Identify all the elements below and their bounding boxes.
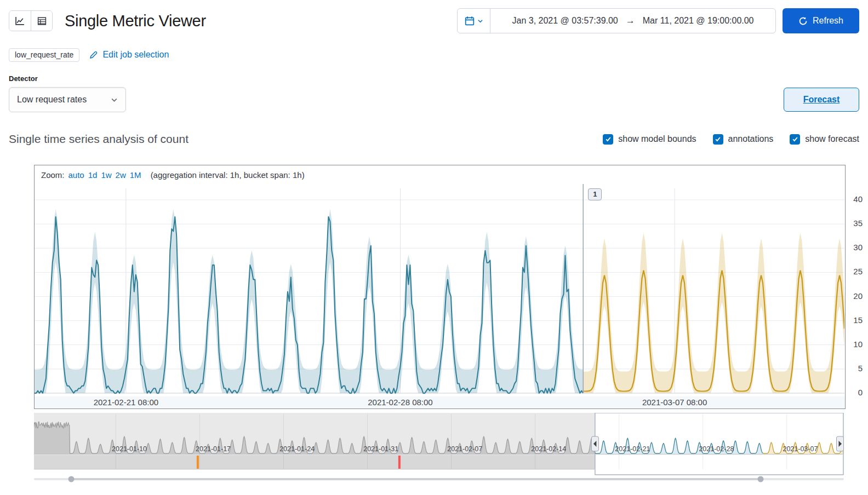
zoom-label: Zoom:: [41, 170, 65, 180]
line-chart-icon: [15, 16, 25, 26]
edit-job-selection-link[interactable]: Edit job selection: [89, 50, 169, 60]
actual-series-line: [35, 217, 583, 393]
chart-options: show model bounds annotations show forec…: [603, 134, 859, 145]
zoom-option-1M[interactable]: 1M: [130, 170, 141, 180]
pencil-icon: [89, 50, 98, 59]
chart-view-button[interactable]: [9, 11, 31, 31]
main-chart-box: Zoom: auto 1d 1w 2w 1M (aggregation inte…: [34, 165, 846, 409]
range-arrow-icon: →: [626, 15, 635, 26]
show-model-bounds-checkbox[interactable]: show model bounds: [603, 134, 696, 145]
date-range-display: Jan 3, 2021 @ 03:57:39.00 → Mar 11, 2021…: [490, 15, 775, 26]
navigator-selection-window[interactable]: [595, 413, 843, 475]
checkbox-label: annotations: [728, 134, 774, 144]
detector-selected-value: Low request rates: [17, 95, 87, 105]
job-selection-row: low_request_rate Edit job selection: [0, 47, 868, 62]
aggregation-note: (aggregation interval: 1h, bucket span: …: [151, 170, 305, 180]
range-slider-active: [71, 478, 761, 480]
anomaly-marker-critical[interactable]: [398, 456, 401, 469]
checkbox-label: show forecast: [805, 134, 859, 144]
range-slider-handle-right[interactable]: [758, 476, 764, 482]
checkbox-checked-icon: [790, 134, 800, 145]
page-header: Single Metric Viewer Jan 3, 2021 @ 03:57…: [0, 0, 868, 34]
zoom-option-auto[interactable]: auto: [68, 170, 84, 180]
annotations-checkbox[interactable]: annotations: [713, 134, 774, 145]
checkbox-checked-icon: [603, 134, 613, 145]
zoom-option-1w[interactable]: 1w: [101, 170, 111, 180]
main-chart-region: 0510152025303540 Zoom: auto 1d 1w 2w 1M …: [0, 165, 868, 411]
job-badge: low_request_rate: [9, 48, 79, 62]
refresh-label: Refresh: [813, 16, 843, 26]
calendar-quick-select-button[interactable]: [458, 9, 490, 33]
anomaly-swimlane: [34, 455, 595, 469]
zoom-controls: Zoom: auto 1d 1w 2w 1M (aggregation inte…: [35, 165, 845, 184]
model-bounds-band: [35, 209, 583, 394]
checkbox-label: show model bounds: [618, 134, 696, 144]
refresh-icon: [798, 16, 808, 26]
x-axis-labels: 2021-02-21 08:002021-02-28 08:002021-03-…: [35, 396, 845, 408]
view-toggle-group: [9, 10, 53, 31]
navigator-tick-label: 2021-02-14: [531, 445, 566, 453]
calendar-icon: [465, 16, 475, 26]
zoom-option-1d[interactable]: 1d: [88, 170, 98, 180]
chevron-down-icon: [111, 96, 118, 103]
table-view-button[interactable]: [31, 11, 52, 31]
zoom-option-2w[interactable]: 2w: [116, 170, 126, 180]
end-date[interactable]: Mar 11, 2021 @ 19:00:00.00: [643, 16, 754, 26]
navigator-tick-label: 2021-01-31: [363, 445, 398, 453]
chevron-down-icon: [477, 18, 483, 24]
show-forecast-checkbox[interactable]: show forecast: [790, 134, 859, 145]
table-icon: [37, 16, 47, 26]
detector-row: Low request rates Forecast: [0, 87, 868, 112]
analysis-heading: Single time series analysis of count: [9, 133, 189, 146]
annotation-marker-badge[interactable]: 1: [588, 188, 602, 200]
detector-label: Detector: [0, 74, 868, 83]
edit-job-selection-label: Edit job selection: [102, 50, 169, 60]
main-chart-svg[interactable]: [35, 184, 844, 396]
x-tick-label: 2021-02-28 08:00: [368, 398, 432, 407]
navigator-svg[interactable]: 2021-01-102021-01-172021-01-242021-01-31…: [34, 413, 844, 486]
analysis-row: Single time series analysis of count sho…: [0, 131, 868, 147]
start-date[interactable]: Jan 3, 2021 @ 03:57:39.00: [512, 16, 618, 26]
navigator-tick-label: 2021-01-10: [112, 445, 147, 453]
x-tick-label: 2021-02-21 08:00: [94, 398, 158, 407]
forecast-button[interactable]: Forecast: [784, 88, 859, 112]
range-slider-handle-left[interactable]: [68, 476, 75, 482]
date-range-picker: Jan 3, 2021 @ 03:57:39.00 → Mar 11, 2021…: [457, 8, 776, 33]
refresh-button[interactable]: Refresh: [783, 8, 859, 33]
time-navigator: 2021-01-102021-01-172021-01-242021-01-31…: [34, 413, 844, 486]
anomaly-marker-major[interactable]: [197, 456, 199, 469]
page-title: Single Metric Viewer: [65, 12, 206, 30]
navigator-tick-label: 2021-01-24: [279, 445, 315, 453]
checkbox-checked-icon: [713, 134, 723, 145]
navigator-tick-label: 2021-02-21: [615, 445, 650, 453]
x-tick-label: 2021-03-07 08:00: [642, 398, 707, 407]
main-plot: 1: [35, 184, 844, 396]
detector-select[interactable]: Low request rates: [9, 87, 126, 112]
navigator-tick-label: 2021-02-07: [447, 445, 482, 453]
navigator-tick-label: 2021-02-28: [699, 445, 734, 453]
navigator-tick-label: 2021-01-17: [196, 445, 231, 453]
navigator-tick-label: 2021-03-07: [783, 445, 818, 453]
